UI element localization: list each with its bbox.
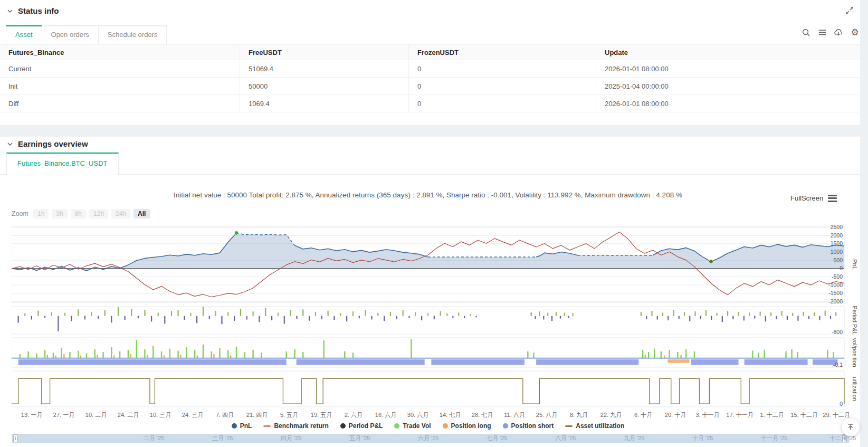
navigator-month-label: 五月 '25 xyxy=(349,434,370,442)
zoom-button-8h[interactable]: 8h xyxy=(71,209,86,218)
table-cell: 2026-01-01 08:00:00 xyxy=(596,95,860,112)
circle-marker-icon xyxy=(503,423,508,429)
navigator-left-handle[interactable] xyxy=(13,434,18,442)
table-toolbar: ⚙ xyxy=(801,27,860,37)
x-tick-label: 21. 四月 xyxy=(246,411,268,419)
tab-open-orders[interactable]: Open orders xyxy=(42,25,99,45)
y-axis-tick: -1000 xyxy=(828,282,843,288)
y-axis-tick: -800 xyxy=(832,329,843,335)
search-icon[interactable] xyxy=(801,27,810,37)
table-cell: 50000 xyxy=(240,78,409,95)
x-tick-label: 3. 十一月 xyxy=(695,411,719,419)
line-marker-icon xyxy=(263,425,271,427)
y-axis-tick: -1500 xyxy=(828,290,843,296)
chart-legend: PnLBenchmark returnPeriod P&LTrade VolPo… xyxy=(12,422,844,430)
legend-item-position-short[interactable]: Position short xyxy=(503,422,554,430)
cloud-download-icon[interactable] xyxy=(834,27,843,37)
table-cell: 0 xyxy=(409,95,596,112)
tab-futures-binance-btc-usdt[interactable]: Futures_Binance.BTC_USDT xyxy=(6,153,119,175)
y-axis-tick: 1000 xyxy=(831,249,843,255)
asset-table-body: Current51069.402026-01-01 08:00:00Init50… xyxy=(0,60,860,112)
zoom-button-12h[interactable]: 12h xyxy=(89,209,108,218)
chart-menu-icon[interactable] xyxy=(828,193,837,203)
x-tick-label: 22. 九月 xyxy=(600,411,622,419)
y-axis-tick: -0.1 xyxy=(833,362,843,368)
table-row: Init5000002025-01-04 00:00:00 xyxy=(0,78,860,95)
list-menu-icon[interactable] xyxy=(817,27,827,37)
y-axis-title: vol/position xyxy=(852,338,858,367)
x-tick-label: 8. 九月 xyxy=(570,411,588,419)
fullscreen-label[interactable]: FullScreen xyxy=(790,194,823,202)
y-axis-title: PnL xyxy=(852,259,858,270)
x-tick-label: 15. 十二月 xyxy=(790,411,817,419)
navigator-month-label: 七月 '25 xyxy=(487,434,507,442)
asset-table: Futures_BinanceFreeUSDTFrozenUSDTUpdate … xyxy=(0,44,860,112)
collapse-chevron-icon[interactable] xyxy=(7,8,13,14)
navigator-month-label: 三月 '25 xyxy=(212,434,233,442)
x-tick-label: 13. 一月 xyxy=(21,411,42,419)
x-tick-label: 30. 六月 xyxy=(407,411,428,419)
x-tick-label: 27. 一月 xyxy=(53,411,74,419)
y-axis-tick: 0 xyxy=(840,265,843,271)
y-axis-tick: -2000 xyxy=(828,298,843,305)
legend-label: PnL xyxy=(240,422,252,430)
y-axis-tick: -500 xyxy=(832,273,843,280)
zoom-button-1h[interactable]: 1h xyxy=(33,209,49,218)
section-separator xyxy=(0,125,868,137)
zoom-controls: Zoom 1h3h8h12h24hAll xyxy=(12,209,150,218)
legend-label: Position short xyxy=(511,422,554,430)
zoom-button-3h[interactable]: 3h xyxy=(52,209,67,218)
y-axis-tick: 2500 xyxy=(831,224,843,230)
circle-marker-icon xyxy=(232,423,237,429)
collapse-chevron-icon[interactable] xyxy=(7,141,13,147)
navigator-month-label: 九月 '25 xyxy=(624,434,644,442)
table-cell: 1069.4 xyxy=(240,95,409,112)
pnl-marker xyxy=(234,231,239,235)
zoom-buttons: 1h3h8h12h24hAll xyxy=(33,209,150,218)
circle-marker-icon xyxy=(340,423,346,429)
column-header: Futures_Binance xyxy=(0,44,240,60)
tab-bar-rule xyxy=(0,174,860,175)
navigator-month-label: 二月 '25 xyxy=(144,434,164,442)
asset-table-header: Futures_BinanceFreeUSDTFrozenUSDTUpdate xyxy=(0,44,860,60)
chart-x-axis: 13. 一月27. 一月10. 二月24. 二月10. 三月24. 三月7. 四… xyxy=(12,411,844,420)
zoom-button-24h[interactable]: 24h xyxy=(111,209,130,218)
earnings-stats-line: Initial net value : 50000 Total profit: … xyxy=(12,191,844,199)
x-tick-label: 2. 六月 xyxy=(345,411,363,419)
chart-navigator[interactable]: 二月 '25三月 '25四月 '25五月 '25六月 '25七月 '25八月 '… xyxy=(12,434,850,443)
legend-item-trade-vol[interactable]: Trade Vol xyxy=(394,422,431,430)
utilization-step-line xyxy=(12,378,844,404)
x-tick-label: 17. 十一月 xyxy=(726,411,753,419)
zoom-button-all[interactable]: All xyxy=(133,209,150,218)
x-tick-label: 7. 四月 xyxy=(216,411,234,419)
legend-item-pnl[interactable]: PnL xyxy=(232,422,252,430)
table-cell: 0 xyxy=(409,60,596,78)
settings-gear-icon[interactable]: ⚙ xyxy=(850,27,860,37)
navigator-month-label: 六月 '25 xyxy=(418,434,438,442)
earnings-chart[interactable]: 25002000150010005000-500-1000-1500-2000P… xyxy=(12,224,860,410)
tab-schedule-orders[interactable]: Schedule orders xyxy=(98,25,167,45)
status-tabs: AssetOpen ordersSchedule orders xyxy=(6,25,167,45)
legend-label: Asset utilization xyxy=(576,422,624,430)
legend-label: Trade Vol xyxy=(403,422,431,430)
expand-fullscreen-icon[interactable] xyxy=(845,6,854,15)
navigator-month-label: 四月 '25 xyxy=(281,434,301,442)
table-cell: 2025-01-04 00:00:00 xyxy=(596,78,860,95)
circle-marker-icon xyxy=(394,423,399,429)
tab-asset[interactable]: Asset xyxy=(6,25,42,45)
column-header: FreeUSDT xyxy=(240,44,409,60)
y-axis-tick: 1500 xyxy=(831,240,843,246)
column-header: Update xyxy=(596,44,860,60)
legend-item-position-long[interactable]: Position long xyxy=(443,422,491,430)
back-to-top-button[interactable] xyxy=(841,417,860,436)
legend-label: Position long xyxy=(451,422,491,430)
legend-item-period-p-l[interactable]: Period P&L xyxy=(340,422,383,430)
x-tick-label: 10. 三月 xyxy=(150,411,171,419)
table-cell[interactable]: Current xyxy=(0,60,240,78)
y-axis-title: Period P&L xyxy=(852,306,858,335)
y-axis-tick: 2000 xyxy=(831,232,843,239)
legend-item-benchmark-return[interactable]: Benchmark return xyxy=(263,422,328,430)
x-tick-label: 24. 三月 xyxy=(182,411,203,419)
legend-item-asset-utilization[interactable]: Asset utilization xyxy=(565,422,624,430)
x-tick-label: 14. 七月 xyxy=(440,411,461,419)
